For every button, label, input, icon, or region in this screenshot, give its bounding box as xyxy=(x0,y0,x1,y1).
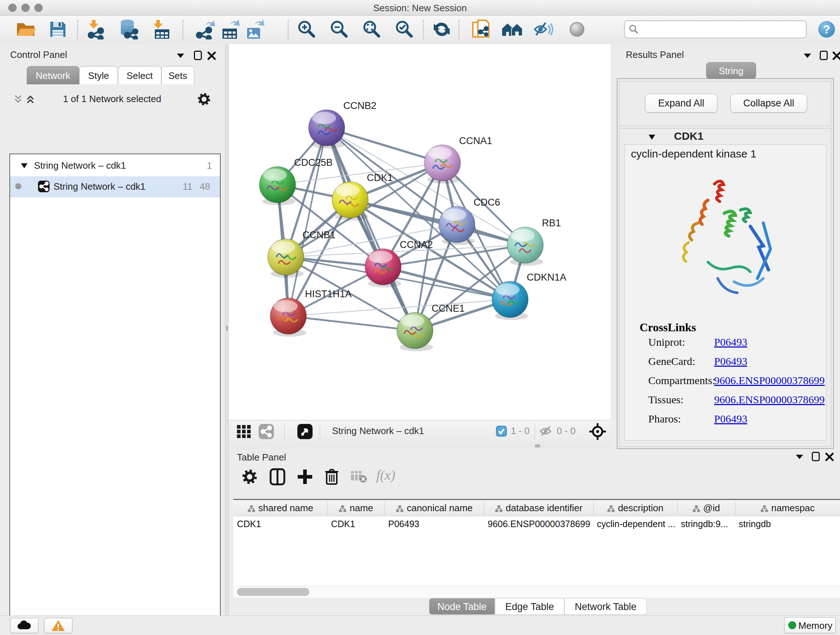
show-columns-button[interactable] xyxy=(269,468,286,487)
left-splitter[interactable] xyxy=(225,44,229,616)
function-builder-button[interactable]: f(x) xyxy=(376,467,395,483)
table-cell[interactable]: P06493 xyxy=(388,516,483,532)
tab-select[interactable]: Select xyxy=(118,66,161,84)
import-network-file-button[interactable] xyxy=(86,19,106,41)
results-panel-maximize-button[interactable] xyxy=(820,51,828,60)
network-collection-row[interactable]: String Network – cdk1 1 xyxy=(10,155,220,176)
copy-network-button[interactable] xyxy=(471,19,491,41)
apply-layout-button[interactable] xyxy=(431,19,452,41)
export-table-button[interactable] xyxy=(219,19,240,41)
svg-text:RB1: RB1 xyxy=(542,218,561,228)
zoom-out-button[interactable] xyxy=(329,19,349,41)
import-network-database-button[interactable] xyxy=(118,19,139,41)
table-panel-float-button[interactable] xyxy=(795,453,804,462)
memory-button[interactable]: Memory xyxy=(784,617,836,633)
export-image-button[interactable] xyxy=(244,19,264,41)
hide-panel-button[interactable] xyxy=(533,20,554,40)
table-cell[interactable]: CDK1 xyxy=(331,516,383,532)
tab-node-table[interactable]: Node Table xyxy=(429,598,495,615)
tab-network[interactable]: Network xyxy=(27,66,79,84)
grid-view-button[interactable] xyxy=(236,424,251,440)
control-panel-float-button[interactable] xyxy=(176,52,185,61)
selected-counts: 1 - 0 xyxy=(511,425,530,437)
column-header[interactable]: description xyxy=(593,500,677,516)
expand-all-icon[interactable] xyxy=(25,94,35,106)
table-settings-button[interactable] xyxy=(242,469,257,486)
svg-text:CDC6: CDC6 xyxy=(474,197,500,208)
network-row-selected[interactable]: String Network – cdk1 11 48 xyxy=(10,176,220,197)
add-column-button[interactable] xyxy=(297,468,313,487)
tab-edge-table[interactable]: Edge Table xyxy=(495,598,564,615)
svg-text:CDK1: CDK1 xyxy=(367,172,393,183)
save-session-button[interactable] xyxy=(49,20,67,40)
table-panel-maximize-button[interactable] xyxy=(812,452,820,461)
network-canvas[interactable]: CCNB2CCNA1CDC25BCDK1CDC6RB1CCNB1CCNA2CDK… xyxy=(229,44,611,420)
column-header[interactable]: canonical name xyxy=(385,500,484,516)
zoom-fit-button[interactable] xyxy=(362,19,382,41)
crosslink-value[interactable]: 9606.ENSP00000378699 xyxy=(714,374,825,386)
memory-label: Memory xyxy=(798,620,832,631)
copy-network-icon xyxy=(471,19,491,40)
network-view-share-button[interactable] xyxy=(258,424,274,441)
column-header[interactable]: shared name xyxy=(233,500,327,516)
refresh-icon xyxy=(431,19,452,40)
table-hscrollbar[interactable] xyxy=(233,586,840,598)
help-button[interactable]: ? xyxy=(817,20,836,40)
protein-expander-icon[interactable] xyxy=(648,134,656,141)
svg-text:CDKN1A: CDKN1A xyxy=(527,272,567,283)
open-session-button[interactable] xyxy=(16,20,36,40)
svg-text:CDC25B: CDC25B xyxy=(294,157,333,168)
search-input[interactable] xyxy=(624,20,807,38)
table-cell[interactable]: stringdb:9... xyxy=(681,516,734,532)
crosslink-value[interactable]: P06493 xyxy=(714,336,747,348)
expand-all-button[interactable]: Expand All xyxy=(645,94,717,112)
svg-text:HIST1H1A: HIST1H1A xyxy=(305,288,352,299)
tab-sets[interactable]: Sets xyxy=(161,66,194,84)
column-header[interactable]: database identifier xyxy=(484,500,593,516)
delete-table-button[interactable] xyxy=(350,470,368,486)
collapse-all-icon[interactable] xyxy=(13,94,23,106)
crosslink-value[interactable]: P06493 xyxy=(714,413,747,425)
zoom-selected-button[interactable] xyxy=(394,19,415,41)
zoom-in-button[interactable] xyxy=(297,19,317,41)
table-cell[interactable]: stringdb xyxy=(739,516,838,532)
delete-column-button[interactable] xyxy=(324,468,339,487)
control-panel-maximize-button[interactable] xyxy=(194,51,202,60)
network-list-header: 1 of 1 Network selected xyxy=(0,90,225,109)
collapse-all-button[interactable]: Collapse All xyxy=(730,94,807,112)
eye-button[interactable] xyxy=(568,21,586,40)
results-panel-float-button[interactable] xyxy=(803,52,812,61)
column-header[interactable]: name xyxy=(327,500,385,516)
network-options-gear[interactable] xyxy=(197,93,210,107)
collection-expander-icon xyxy=(20,163,28,169)
import-table-button[interactable] xyxy=(151,19,171,41)
crosslink-label: Uniprot: xyxy=(648,336,685,348)
control-panel-close-button[interactable] xyxy=(207,51,216,62)
warning-status-button[interactable] xyxy=(44,618,73,633)
cloud-status-button[interactable] xyxy=(10,618,38,633)
birdseye-view-button[interactable] xyxy=(297,424,313,441)
table-cell[interactable]: cyclin-dependent ... xyxy=(597,516,676,532)
column-header[interactable]: @id xyxy=(677,500,735,516)
tab-network-table[interactable]: Network Table xyxy=(564,598,647,615)
crosslink-value[interactable]: P06493 xyxy=(714,355,747,367)
table-panel-close-button[interactable] xyxy=(825,452,834,463)
selected-checkbox[interactable] xyxy=(496,426,507,438)
tab-style[interactable]: Style xyxy=(79,66,118,84)
home-button[interactable] xyxy=(501,20,524,40)
export-network-button[interactable] xyxy=(195,19,215,41)
table-cell[interactable]: 9606.ENSP00000378699 xyxy=(488,516,592,532)
svg-text:CCNA1: CCNA1 xyxy=(459,135,493,146)
memory-status-dot xyxy=(788,621,796,629)
fit-content-button[interactable] xyxy=(589,423,607,442)
hidden-eye-icon[interactable] xyxy=(539,425,554,439)
table-cell[interactable]: CDK1 xyxy=(237,516,326,532)
results-panel-close-button[interactable] xyxy=(832,51,840,62)
svg-text:CCNA2: CCNA2 xyxy=(400,239,433,250)
table-hscrollbar-thumb[interactable] xyxy=(237,588,309,596)
results-tab-string[interactable]: String xyxy=(706,62,756,79)
column-header[interactable]: namespac xyxy=(735,500,840,516)
results-expand-section: Expand All Collapse All xyxy=(619,81,831,126)
table-row[interactable]: CDK1CDK1P064939606.ENSP00000378699cyclin… xyxy=(233,516,840,532)
crosslink-value[interactable]: 9606.ENSP00000378699 xyxy=(714,394,825,406)
